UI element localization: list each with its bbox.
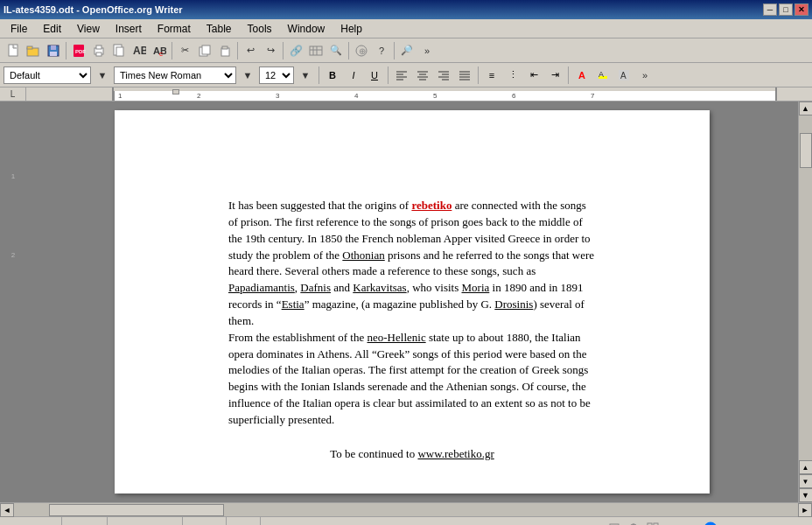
text-p1h: ” magazine, (a magazine published by G. xyxy=(304,298,495,311)
view-fullscreen-button[interactable] xyxy=(645,521,661,526)
font-dropdown[interactable]: Times New Roman xyxy=(114,66,236,84)
indent-increase-button[interactable]: ⇥ xyxy=(545,66,564,85)
find-button[interactable]: 🔍 xyxy=(326,41,346,60)
menu-insert[interactable]: Insert xyxy=(108,21,149,37)
sep-fmt1 xyxy=(318,66,319,84)
h-scroll-thumb[interactable] xyxy=(49,504,224,516)
text-p1f: , who visits xyxy=(407,281,462,294)
menu-view[interactable]: View xyxy=(70,21,107,37)
title-bar: IL-ates4359.odt - OpenOffice.org Writer … xyxy=(0,0,812,19)
bold-button[interactable]: B xyxy=(323,66,342,85)
dafnis-text: Dafnis xyxy=(300,281,331,294)
zoom-control: − + 100% xyxy=(664,519,808,526)
align-left-button[interactable] xyxy=(392,66,411,85)
svg-text:A: A xyxy=(598,70,604,79)
align-center-button[interactable] xyxy=(413,66,432,85)
cut-button[interactable]: ✂ xyxy=(175,41,194,60)
title-text: IL-ates4359.odt - OpenOffice.org Writer xyxy=(4,4,183,15)
navigator-button[interactable]: ⊕ xyxy=(352,41,371,60)
zoom-button[interactable]: 🔎 xyxy=(397,41,416,60)
autocorrect-button[interactable]: ABc xyxy=(150,41,169,60)
align-justify-button[interactable] xyxy=(455,66,474,85)
svg-text:🔗: 🔗 xyxy=(290,44,303,57)
minimize-button[interactable]: ─ xyxy=(763,4,777,16)
style-dropdown-arrow[interactable]: ▼ xyxy=(93,66,112,85)
view-normal-button[interactable] xyxy=(606,521,622,526)
menu-window[interactable]: Window xyxy=(281,21,332,37)
size-dropdown-arrow[interactable]: ▼ xyxy=(296,66,315,85)
extend-button[interactable]: » xyxy=(417,41,437,60)
table-button[interactable] xyxy=(306,41,326,60)
scroll-left-button[interactable]: ◄ xyxy=(0,503,14,517)
moria-text: Moria xyxy=(462,281,490,294)
save-button[interactable] xyxy=(44,41,63,60)
status-bar: Page 1 / 1 Default English (USA) INSRT S… xyxy=(0,516,812,525)
menu-edit[interactable]: Edit xyxy=(36,21,68,37)
scroll-thumb[interactable] xyxy=(800,133,812,168)
font-dropdown-arrow[interactable]: ▼ xyxy=(238,66,257,85)
style-dropdown[interactable]: Default xyxy=(4,66,91,84)
char-shading-button[interactable]: A xyxy=(614,66,634,85)
zoom-out-button[interactable]: − xyxy=(664,519,683,526)
scroll-track[interactable] xyxy=(799,116,812,460)
format-bar: Default ▼ Times New Roman ▼ 12 ▼ B I U ≡… xyxy=(0,63,812,88)
style-indicator: Default xyxy=(62,517,108,525)
text-p2: From the establishment of the xyxy=(228,331,368,344)
vertical-scrollbar: ▲ ▲ ▼ ▼ xyxy=(798,102,812,502)
ruler-corner: L xyxy=(10,89,16,99)
underline-button[interactable]: U xyxy=(365,66,384,85)
help-button[interactable]: ? xyxy=(372,41,391,60)
paragraph-1: It has been suggested that the origins o… xyxy=(228,198,596,330)
separator xyxy=(66,42,66,60)
page-indicator: Page 1 / 1 xyxy=(4,517,62,525)
estia-text: Estia xyxy=(282,298,304,311)
scroll-up-button[interactable]: ▲ xyxy=(799,102,813,116)
pdf-button[interactable]: PDF xyxy=(69,41,88,60)
svg-text:PDF: PDF xyxy=(75,49,86,54)
italic-button[interactable]: I xyxy=(344,66,363,85)
menu-format[interactable]: Format xyxy=(150,21,198,37)
insert-mode[interactable]: INSRT xyxy=(183,517,227,525)
zoom-in-button[interactable]: + xyxy=(757,519,776,526)
undo-button[interactable]: ↩ xyxy=(241,41,260,60)
url-text[interactable]: www.rebetiko.gr xyxy=(417,447,494,460)
maximize-button[interactable]: □ xyxy=(779,4,793,16)
menu-table[interactable]: Table xyxy=(200,21,239,37)
extend-button2[interactable]: » xyxy=(635,66,654,85)
menu-help[interactable]: Help xyxy=(333,21,369,37)
toolbar-standard: PDF AB ABc ✂ ↩ ↪ 🔗 🔍 ⊕ ? 🔎 » xyxy=(0,38,812,63)
paste-button[interactable] xyxy=(215,41,234,60)
print-button[interactable] xyxy=(89,41,108,60)
scroll-down-button[interactable]: ▼ xyxy=(799,488,813,502)
list-ordered-button[interactable]: ⋮ xyxy=(503,66,522,85)
h-scroll-track[interactable] xyxy=(14,503,798,516)
separator5 xyxy=(348,42,349,60)
menu-file[interactable]: File xyxy=(4,21,34,37)
font-color-button[interactable]: A xyxy=(572,66,592,85)
scroll-small-up[interactable]: ▲ xyxy=(799,460,813,474)
align-right-button[interactable] xyxy=(434,66,453,85)
ruler: L 1 2 3 4 5 6 7 xyxy=(0,88,812,102)
scroll-small-down[interactable]: ▼ xyxy=(799,474,813,488)
scroll-right-button[interactable]: ► xyxy=(798,503,812,517)
size-dropdown[interactable]: 12 xyxy=(259,66,294,84)
view-web-button[interactable] xyxy=(626,521,641,526)
copy-button[interactable] xyxy=(195,41,214,60)
spellcheck-button[interactable]: AB xyxy=(130,41,149,60)
drosinis-text: Drosinis xyxy=(494,298,533,311)
close-button[interactable]: ✕ xyxy=(794,4,808,16)
rebetiko-link[interactable]: rebetiko xyxy=(411,199,452,212)
open-button[interactable] xyxy=(24,41,43,60)
hyperlink-button[interactable]: 🔗 xyxy=(286,41,305,60)
list-unordered-button[interactable]: ≡ xyxy=(482,66,501,85)
highlight-button[interactable]: A xyxy=(593,66,612,85)
new-button[interactable] xyxy=(4,41,23,60)
indent-decrease-button[interactable]: ⇤ xyxy=(524,66,543,85)
redo-button[interactable]: ↪ xyxy=(261,41,280,60)
svg-rect-9 xyxy=(96,46,102,49)
margin-num-2: 2 xyxy=(11,252,15,259)
preview-button[interactable] xyxy=(109,41,129,60)
menu-tools[interactable]: Tools xyxy=(241,21,279,37)
selection-mode[interactable]: STD xyxy=(227,517,261,525)
document-area[interactable]: It has been suggested that the origins o… xyxy=(26,102,798,502)
